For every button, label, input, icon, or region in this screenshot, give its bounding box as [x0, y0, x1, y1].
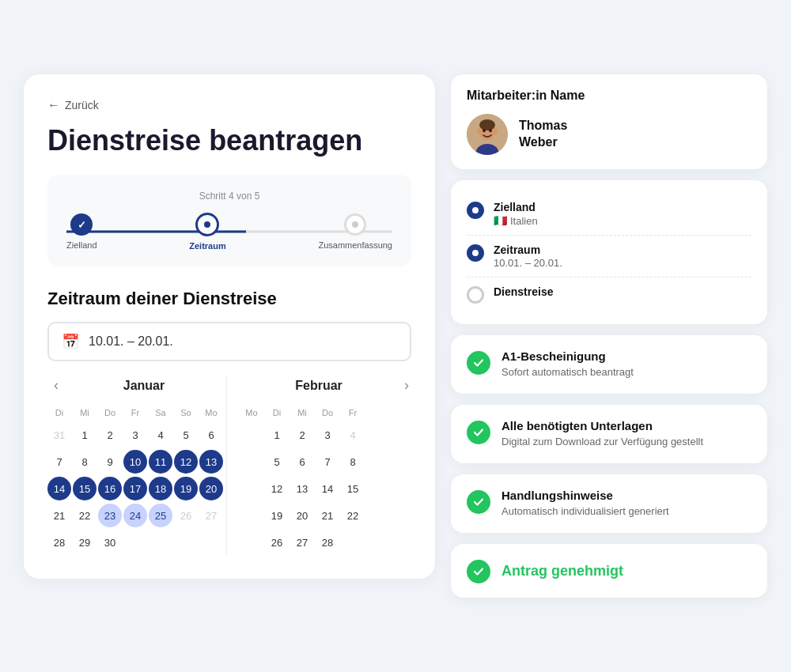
step-info-title-zielland: Zielland [494, 201, 538, 213]
day-cell [149, 530, 172, 554]
approved-text: Antrag genehmigt [501, 563, 623, 580]
page-title-word1: Dienstreise [47, 124, 201, 157]
back-button[interactable]: ← Zurück [47, 98, 411, 112]
check-card-a1: A1-Bescheinigung Sofort automatisch bean… [451, 335, 767, 394]
day-cell[interactable]: 15 [73, 477, 97, 500]
day-cell[interactable] [240, 423, 263, 447]
employee-first-name: Thomas [519, 119, 567, 132]
day-cell[interactable]: 2 [290, 423, 314, 447]
day-cell[interactable]: 11 [149, 450, 172, 474]
check-title-a1: A1-Bescheinigung [501, 349, 634, 363]
day-cell[interactable]: 9 [98, 450, 122, 474]
day-cell[interactable]: 5 [265, 450, 289, 474]
day-header-do2: Do [316, 405, 339, 421]
day-cell [199, 530, 223, 554]
section-title: Zeitraum deiner Dienstreise [47, 289, 411, 309]
date-input-row[interactable]: 📅 10.01. – 20.01. [47, 322, 411, 361]
day-header-di2: Di [265, 405, 289, 421]
check-icon-approved [467, 560, 490, 583]
svg-point-5 [483, 129, 486, 132]
day-cell[interactable]: 26 [174, 504, 198, 527]
day-cell[interactable]: 4 [149, 423, 172, 447]
stepper-label: Schritt 4 von 5 [66, 191, 392, 202]
back-arrow-icon: ← [47, 98, 60, 112]
day-cell[interactable]: 27 [199, 504, 223, 527]
day-cell[interactable]: 7 [47, 450, 71, 474]
day-cell[interactable]: 15 [341, 477, 365, 500]
progress-steps-card: Zielland 🇮🇹Italien Zeitraum 10.01. – 20.… [451, 180, 767, 324]
step-info-title-dienstreise: Dienstreise [494, 285, 553, 298]
day-header-sa2 [366, 405, 390, 421]
progress-step-zeitraum: Zeitraum 10.01. – 20.01. [467, 235, 751, 277]
day-cell[interactable]: 1 [73, 423, 97, 447]
day-cell[interactable]: 23 [98, 504, 122, 527]
day-cell[interactable]: 27 [290, 530, 314, 554]
day-cell[interactable]: 26 [265, 530, 289, 554]
day-cell[interactable]: 31 [47, 423, 71, 447]
employee-card-title: Mitarbeiter:in Name [467, 89, 751, 103]
day-cell[interactable]: 29 [73, 530, 97, 554]
day-cell[interactable]: 6 [199, 423, 223, 447]
check-card-a1-inner: A1-Bescheinigung Sofort automatisch bean… [467, 349, 751, 379]
day-cell[interactable]: 14 [47, 477, 71, 500]
day-cell[interactable]: 18 [149, 477, 172, 500]
day-cell[interactable]: 21 [316, 504, 339, 527]
day-cell[interactable]: 21 [47, 504, 71, 527]
step-circle-zielland: ✓ [70, 213, 93, 236]
day-cell[interactable]: 12 [174, 450, 198, 474]
day-cell-selected-end[interactable]: 20 [199, 477, 223, 500]
day-cell[interactable]: 25 [149, 504, 172, 527]
day-cell[interactable]: 16 [98, 477, 122, 500]
check-card-unterlagen: Alle benötigten Unterlagen Digital zum D… [451, 405, 767, 463]
day-cell[interactable]: 24 [123, 504, 147, 527]
calendar-wrapper: ‹ Januar Di Mi Do Fr Sa So Mo 31 1 2 3 [47, 376, 411, 555]
step-dot-zielland [467, 202, 484, 219]
day-cell[interactable]: 17 [123, 477, 147, 500]
stepper-step-zielland: ✓ Zielland [66, 213, 97, 250]
approved-card: Antrag genehmigt [451, 544, 767, 598]
calendar-icon: 📅 [62, 333, 79, 350]
day-cell[interactable]: 20 [290, 504, 314, 527]
day-header-mo: Mo [199, 405, 223, 421]
day-cell[interactable]: 12 [265, 477, 289, 500]
day-cell[interactable]: 1 [265, 423, 289, 447]
day-cell[interactable]: 8 [341, 450, 365, 474]
day-header-so: So [174, 405, 198, 421]
day-cell[interactable]: 19 [265, 504, 289, 527]
step-info-dienstreise: Dienstreise [494, 285, 553, 298]
day-cell[interactable]: 8 [73, 450, 97, 474]
day-cell[interactable]: 6 [290, 450, 314, 474]
day-cell[interactable]: 7 [316, 450, 339, 474]
employee-info: Thomas Weber [467, 114, 751, 155]
day-cell [240, 477, 263, 500]
day-cell[interactable]: 13 [199, 450, 223, 474]
day-cell [123, 530, 147, 554]
step-circle-zeitraum [195, 213, 219, 236]
day-cell[interactable]: 19 [174, 477, 198, 500]
step-label-zusammenfassung: Zusammenfassung [318, 240, 392, 250]
day-cell[interactable]: 3 [316, 423, 339, 447]
day-cell[interactable]: 3 [123, 423, 147, 447]
day-cell[interactable]: 5 [174, 423, 198, 447]
day-cell[interactable]: 22 [341, 504, 365, 527]
calendar-january: ‹ Januar Di Mi Do Fr Sa So Mo 31 1 2 3 [47, 376, 223, 555]
day-cell[interactable]: 2 [98, 423, 122, 447]
day-cell[interactable]: 14 [316, 477, 339, 500]
day-header-do: Do [98, 405, 122, 421]
day-cell[interactable]: 28 [47, 530, 71, 554]
step-info-sub-zeitraum: 10.01. – 20.01. [494, 257, 562, 269]
day-cell[interactable]: 4 [341, 423, 365, 447]
employee-last-name: Weber [519, 135, 558, 149]
day-cell[interactable]: 28 [316, 530, 339, 554]
day-cell[interactable]: 13 [290, 477, 314, 500]
step-info-zielland: Zielland 🇮🇹Italien [494, 201, 538, 227]
check-icon-unterlagen [467, 421, 490, 444]
next-month-button[interactable]: › [398, 376, 415, 395]
day-cell[interactable]: 22 [73, 504, 97, 527]
prev-month-button[interactable]: ‹ [47, 376, 65, 395]
step-label-zeitraum: Zeitraum [189, 241, 225, 251]
day-cell-selected-start[interactable]: 10 [123, 450, 147, 474]
right-panel: Mitarbeiter:in Name [451, 74, 767, 598]
day-cell[interactable]: 30 [98, 530, 122, 554]
date-value: 10.01. – 20.01. [89, 334, 173, 349]
